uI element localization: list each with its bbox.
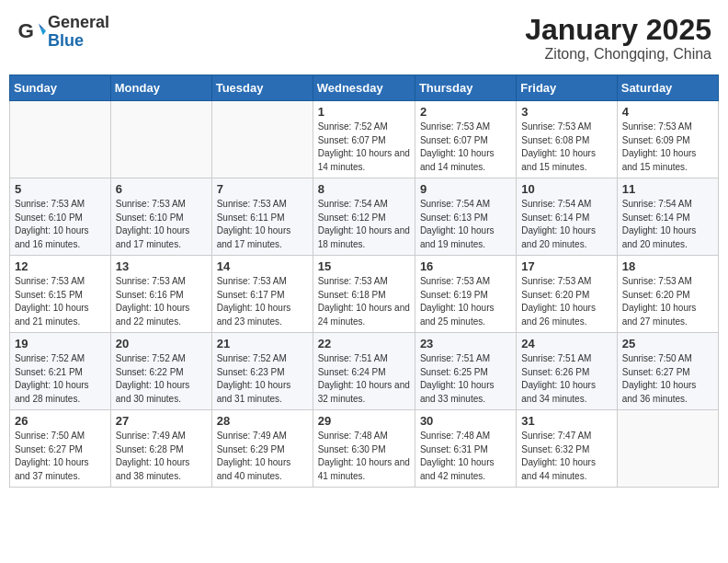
day-number: 12 [15,259,106,273]
day-info: Sunrise: 7:49 AM Sunset: 6:29 PM Dayligh… [217,430,308,483]
calendar-cell: 23Sunrise: 7:51 AM Sunset: 6:25 PM Dayli… [415,333,516,410]
day-info: Sunrise: 7:53 AM Sunset: 6:07 PM Dayligh… [420,121,511,174]
day-info: Sunrise: 7:50 AM Sunset: 6:27 PM Dayligh… [622,352,713,406]
day-number: 10 [521,182,611,196]
day-number: 9 [420,182,511,196]
day-number: 30 [420,414,511,428]
day-info: Sunrise: 7:54 AM Sunset: 6:14 PM Dayligh… [622,198,713,251]
day-number: 27 [116,414,207,428]
logo-general: General [48,14,109,32]
day-number: 6 [116,182,207,196]
day-header-friday: Friday [517,75,617,101]
calendar-cell: 25Sunrise: 7:50 AM Sunset: 6:27 PM Dayli… [617,333,718,410]
day-number: 1 [318,105,410,119]
day-info: Sunrise: 7:47 AM Sunset: 6:32 PM Dayligh… [521,430,611,483]
day-info: Sunrise: 7:53 AM Sunset: 6:15 PM Dayligh… [15,275,106,328]
day-info: Sunrise: 7:53 AM Sunset: 6:11 PM Dayligh… [217,198,308,251]
day-number: 5 [15,182,106,196]
day-number: 26 [15,414,106,428]
calendar-cell: 11Sunrise: 7:54 AM Sunset: 6:14 PM Dayli… [617,178,718,256]
day-info: Sunrise: 7:53 AM Sunset: 6:10 PM Dayligh… [116,198,207,251]
calendar-cell: 18Sunrise: 7:53 AM Sunset: 6:20 PM Dayli… [617,256,718,333]
location: Zitong, Chongqing, China [525,46,711,63]
logo: G General Blue [17,14,109,51]
calendar-cell: 19Sunrise: 7:52 AM Sunset: 6:21 PM Dayli… [10,333,111,410]
day-info: Sunrise: 7:48 AM Sunset: 6:31 PM Dayligh… [420,430,511,483]
day-header-thursday: Thursday [415,75,516,101]
day-info: Sunrise: 7:54 AM Sunset: 6:12 PM Dayligh… [318,198,410,251]
calendar-cell: 29Sunrise: 7:48 AM Sunset: 6:30 PM Dayli… [313,410,415,488]
day-info: Sunrise: 7:52 AM Sunset: 6:07 PM Dayligh… [318,121,410,174]
day-number: 13 [116,259,207,273]
day-info: Sunrise: 7:51 AM Sunset: 6:26 PM Dayligh… [521,352,611,406]
calendar-cell: 9Sunrise: 7:54 AM Sunset: 6:13 PM Daylig… [415,178,516,256]
calendar-cell: 6Sunrise: 7:53 AM Sunset: 6:10 PM Daylig… [110,178,211,256]
day-number: 20 [116,337,207,350]
svg-text:G: G [18,19,34,42]
calendar-cell: 7Sunrise: 7:53 AM Sunset: 6:11 PM Daylig… [211,178,313,256]
logo-icon: G [17,17,46,47]
calendar-cell: 12Sunrise: 7:53 AM Sunset: 6:15 PM Dayli… [10,256,111,333]
day-header-saturday: Saturday [617,75,718,101]
calendar-cell [110,101,211,178]
day-info: Sunrise: 7:54 AM Sunset: 6:14 PM Dayligh… [521,198,611,251]
day-number: 7 [217,182,308,196]
day-number: 3 [521,105,611,119]
calendar-cell: 28Sunrise: 7:49 AM Sunset: 6:29 PM Dayli… [211,410,313,488]
day-info: Sunrise: 7:53 AM Sunset: 6:10 PM Dayligh… [15,198,106,251]
title-block: January 2025 Zitong, Chongqing, China [525,14,711,63]
month-title: January 2025 [525,14,711,46]
calendar-cell: 4Sunrise: 7:53 AM Sunset: 6:09 PM Daylig… [617,101,718,178]
calendar-cell: 20Sunrise: 7:52 AM Sunset: 6:22 PM Dayli… [110,333,211,410]
day-number: 17 [521,259,611,273]
day-info: Sunrise: 7:52 AM Sunset: 6:21 PM Dayligh… [15,352,106,406]
calendar-cell: 3Sunrise: 7:53 AM Sunset: 6:08 PM Daylig… [517,101,617,178]
day-number: 15 [318,259,410,273]
day-header-monday: Monday [110,75,211,101]
calendar-cell: 30Sunrise: 7:48 AM Sunset: 6:31 PM Dayli… [415,410,516,488]
page-header: G General Blue January 2025 Zitong, Chon… [9,9,719,67]
day-info: Sunrise: 7:50 AM Sunset: 6:27 PM Dayligh… [15,430,106,483]
day-info: Sunrise: 7:53 AM Sunset: 6:16 PM Dayligh… [116,275,207,328]
calendar-cell: 15Sunrise: 7:53 AM Sunset: 6:18 PM Dayli… [313,256,415,333]
day-info: Sunrise: 7:53 AM Sunset: 6:17 PM Dayligh… [217,275,308,328]
calendar-table: SundayMondayTuesdayWednesdayThursdayFrid… [9,75,719,488]
day-info: Sunrise: 7:53 AM Sunset: 6:20 PM Dayligh… [622,275,713,328]
calendar-cell: 22Sunrise: 7:51 AM Sunset: 6:24 PM Dayli… [313,333,415,410]
day-info: Sunrise: 7:48 AM Sunset: 6:30 PM Dayligh… [318,430,410,483]
calendar-cell: 16Sunrise: 7:53 AM Sunset: 6:19 PM Dayli… [415,256,516,333]
calendar-cell: 21Sunrise: 7:52 AM Sunset: 6:23 PM Dayli… [211,333,313,410]
day-info: Sunrise: 7:51 AM Sunset: 6:24 PM Dayligh… [318,352,410,406]
calendar-cell [617,410,718,488]
week-row-2: 5Sunrise: 7:53 AM Sunset: 6:10 PM Daylig… [10,178,719,256]
calendar-cell: 13Sunrise: 7:53 AM Sunset: 6:16 PM Dayli… [110,256,211,333]
calendar-cell [211,101,313,178]
week-row-3: 12Sunrise: 7:53 AM Sunset: 6:15 PM Dayli… [10,256,719,333]
day-info: Sunrise: 7:53 AM Sunset: 6:20 PM Dayligh… [521,275,611,328]
day-info: Sunrise: 7:52 AM Sunset: 6:22 PM Dayligh… [116,352,207,406]
calendar-cell: 27Sunrise: 7:49 AM Sunset: 6:28 PM Dayli… [110,410,211,488]
day-header-sunday: Sunday [10,75,111,101]
day-number: 23 [420,337,511,350]
day-number: 16 [420,259,511,273]
week-row-4: 19Sunrise: 7:52 AM Sunset: 6:21 PM Dayli… [10,333,719,410]
day-number: 22 [318,337,410,350]
week-row-5: 26Sunrise: 7:50 AM Sunset: 6:27 PM Dayli… [10,410,719,488]
day-number: 14 [217,259,308,273]
calendar-cell: 2Sunrise: 7:53 AM Sunset: 6:07 PM Daylig… [415,101,516,178]
day-info: Sunrise: 7:52 AM Sunset: 6:23 PM Dayligh… [217,352,308,406]
day-number: 24 [521,337,611,350]
day-info: Sunrise: 7:51 AM Sunset: 6:25 PM Dayligh… [420,352,511,406]
day-info: Sunrise: 7:53 AM Sunset: 6:09 PM Dayligh… [622,121,713,174]
calendar-cell: 17Sunrise: 7:53 AM Sunset: 6:20 PM Dayli… [517,256,617,333]
day-number: 21 [217,337,308,350]
day-info: Sunrise: 7:54 AM Sunset: 6:13 PM Dayligh… [420,198,511,251]
calendar-header-row: SundayMondayTuesdayWednesdayThursdayFrid… [10,75,719,101]
day-info: Sunrise: 7:53 AM Sunset: 6:18 PM Dayligh… [318,275,410,328]
day-number: 8 [318,182,410,196]
day-info: Sunrise: 7:49 AM Sunset: 6:28 PM Dayligh… [116,430,207,483]
day-number: 18 [622,259,713,273]
day-number: 29 [318,414,410,428]
calendar-cell [10,101,111,178]
day-number: 4 [622,105,713,119]
